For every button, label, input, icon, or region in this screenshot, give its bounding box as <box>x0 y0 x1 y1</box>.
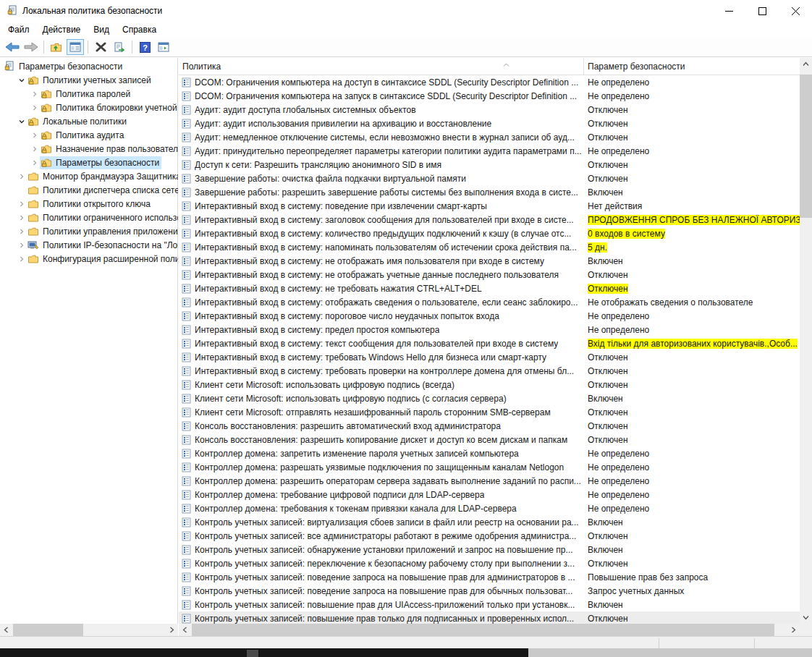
table-row[interactable]: Консоль восстановления: разрешить автома… <box>179 419 800 433</box>
scroll-thumb[interactable] <box>13 624 83 636</box>
show-pane-button[interactable] <box>155 39 172 55</box>
scroll-thumb[interactable] <box>800 75 812 218</box>
menu-item-0[interactable]: Файл <box>1 22 36 37</box>
scroll-left-icon[interactable] <box>179 624 191 636</box>
table-row[interactable]: Аудит: аудит использования привилегии на… <box>179 116 800 130</box>
forward-button[interactable] <box>22 39 40 55</box>
table-row[interactable]: Интерактивный вход в систему: заголовок … <box>179 213 800 226</box>
chevron-down-icon[interactable] <box>16 118 27 125</box>
table-row[interactable]: Контроллер домена: требования к токенам … <box>179 501 800 515</box>
table-row[interactable]: Интерактивный вход в систему: предел про… <box>179 323 800 336</box>
close-button[interactable] <box>779 0 812 22</box>
table-row[interactable]: Интерактивный вход в систему: пороговое … <box>179 309 800 323</box>
table-row[interactable]: Доступ к сети: Разрешить трансляцию анон… <box>179 158 800 171</box>
chevron-right-icon[interactable] <box>29 90 40 98</box>
table-row[interactable]: Контроль учетных записей: переключение к… <box>179 556 800 570</box>
table-row[interactable]: Аудит: немедленное отключение системы, е… <box>179 130 800 144</box>
sidebar-item-body[interactable]: Политики учетных записей <box>27 74 153 87</box>
table-row[interactable]: Контроль учетных записей: поведение запр… <box>179 570 800 584</box>
table-row[interactable]: Контроль учетных записей: поведение запр… <box>179 584 800 598</box>
menu-item-1[interactable]: Действие <box>36 22 88 37</box>
sidebar-item-7[interactable]: Параметры безопасности <box>0 156 178 169</box>
sidebar-item-12[interactable]: Политики управления приложениями <box>0 224 178 238</box>
sidebar-item-8[interactable]: Монитор брандмауэра Защитника W <box>0 169 178 183</box>
scroll-down-icon[interactable] <box>800 611 812 624</box>
chevron-right-icon[interactable] <box>16 214 27 221</box>
sidebar-item-3[interactable]: Политика блокировки учетной записи <box>0 101 178 114</box>
sidebar-item-11[interactable]: Политики ограниченного использования <box>0 211 178 224</box>
chevron-right-icon[interactable] <box>29 159 40 166</box>
chevron-right-icon[interactable] <box>16 173 27 180</box>
sidebar-item-1[interactable]: Политики учетных записей <box>0 73 178 87</box>
up-one-level-button[interactable] <box>48 39 65 55</box>
chevron-right-icon[interactable] <box>29 145 40 153</box>
table-row[interactable]: Завершение работы: очистка файла подкачк… <box>179 171 800 185</box>
table-row[interactable]: Аудит: принудительно переопределяет пара… <box>179 144 800 158</box>
table-row[interactable]: Контроллер домена: требование цифровой п… <box>179 488 800 501</box>
chevron-right-icon[interactable] <box>16 242 27 249</box>
sidebar-item-6[interactable]: Назначение прав пользователя <box>0 142 178 156</box>
sidebar-item-body[interactable]: Монитор брандмауэра Защитника W <box>27 170 178 183</box>
table-row[interactable]: Интерактивный вход в систему: текст сооб… <box>179 336 800 350</box>
help-button[interactable]: ? <box>136 39 153 55</box>
sidebar-item-body[interactable]: Политики ограниченного использования <box>27 211 178 224</box>
table-row[interactable]: Интерактивный вход в систему: напоминать… <box>179 240 800 254</box>
sidebar-item-body[interactable]: Политики IP-безопасности на "Локальный <box>27 239 178 252</box>
table-row[interactable]: Интерактивный вход в систему: требовать … <box>179 350 800 364</box>
tree-horizontal-scrollbar[interactable] <box>0 624 178 636</box>
scroll-thumb[interactable] <box>192 624 774 636</box>
scroll-right-icon[interactable] <box>787 624 800 636</box>
sidebar-item-4[interactable]: Локальные политики <box>0 114 178 128</box>
sidebar-item-13[interactable]: Политики IP-безопасности на "Локальный <box>0 238 178 252</box>
scroll-up-icon[interactable] <box>800 58 812 70</box>
table-row[interactable]: Аудит: аудит доступа глобальных системны… <box>179 103 800 116</box>
table-row[interactable]: Интерактивный вход в систему: отображать… <box>179 295 800 309</box>
sidebar-item-body[interactable]: Политика аудита <box>40 129 126 142</box>
scroll-left-icon[interactable] <box>0 624 12 636</box>
table-row[interactable]: Контроллер домена: запретить изменение п… <box>179 446 800 460</box>
table-row[interactable]: Консоль восстановления: разрешить копиро… <box>179 433 800 446</box>
sidebar-item-5[interactable]: Политика аудита <box>0 128 178 142</box>
sidebar-item-body[interactable]: Назначение прав пользователя <box>40 143 178 156</box>
table-row[interactable]: Клиент сети Microsoft: использовать цифр… <box>179 391 800 405</box>
sidebar-item-body[interactable]: Политики управления приложениями <box>27 225 178 238</box>
column-header-policy[interactable]: Политика <box>179 58 584 75</box>
list-horizontal-scrollbar[interactable] <box>179 624 800 636</box>
table-row[interactable]: Интерактивный вход в систему: не требова… <box>179 281 800 295</box>
chevron-right-icon[interactable] <box>16 255 27 263</box>
table-row[interactable]: Клиент сети Microsoft: отправлять незаши… <box>179 405 800 419</box>
column-header-security-setting[interactable]: Параметр безопасности <box>584 58 800 75</box>
sidebar-item-body[interactable]: Конфигурация расширенной политики <box>27 253 178 266</box>
table-row[interactable]: Завершение работы: разрешить завершение … <box>179 185 800 199</box>
sidebar-item-2[interactable]: Политика паролей <box>0 87 178 101</box>
sidebar-item-10[interactable]: Политики открытого ключа <box>0 197 178 211</box>
chevron-down-icon[interactable] <box>16 77 27 84</box>
table-row[interactable]: Интерактивный вход в систему: не отображ… <box>179 268 800 281</box>
table-row[interactable]: Контроль учетных записей: повышение прав… <box>179 611 800 624</box>
sidebar-item-0[interactable]: Параметры безопасности <box>0 59 178 73</box>
chevron-right-icon[interactable] <box>16 228 27 235</box>
chevron-right-icon[interactable] <box>29 104 40 111</box>
table-row[interactable]: Интерактивный вход в систему: требовать … <box>179 364 800 378</box>
minimize-button[interactable] <box>712 0 745 22</box>
sidebar-item-body[interactable]: Параметры безопасности <box>3 60 124 73</box>
chevron-right-icon[interactable] <box>16 200 27 208</box>
table-row[interactable]: Контроль учетных записей: виртуализация … <box>179 515 800 529</box>
export-list-button[interactable] <box>111 39 128 55</box>
table-row[interactable]: Интерактивный вход в систему: не отображ… <box>179 254 800 268</box>
table-row[interactable]: Контроллер домена: разрешить операторам … <box>179 474 800 488</box>
table-row[interactable]: Контроль учетных записей: обнаружение ус… <box>179 543 800 556</box>
sidebar-item-body[interactable]: Параметры безопасности <box>40 156 161 169</box>
sidebar-item-body[interactable]: Политика паролей <box>40 88 132 101</box>
maximize-button[interactable] <box>745 0 779 22</box>
sidebar-item-9[interactable]: Политики диспетчера списка сетей <box>0 183 178 197</box>
show-console-tree-button[interactable] <box>67 39 84 55</box>
table-row[interactable]: Контроль учетных записей: повышение прав… <box>179 598 800 611</box>
sidebar-item-body[interactable]: Политика блокировки учетной записи <box>40 101 178 114</box>
sidebar-item-14[interactable]: Конфигурация расширенной политики <box>0 252 178 266</box>
table-row[interactable]: Контроллер домена: разрешать уязвимые по… <box>179 460 800 474</box>
table-row[interactable]: Интерактивный вход в систему: поведение … <box>179 199 800 213</box>
menu-item-2[interactable]: Вид <box>87 22 116 37</box>
delete-button[interactable] <box>92 39 109 55</box>
scroll-right-icon[interactable] <box>166 624 178 636</box>
